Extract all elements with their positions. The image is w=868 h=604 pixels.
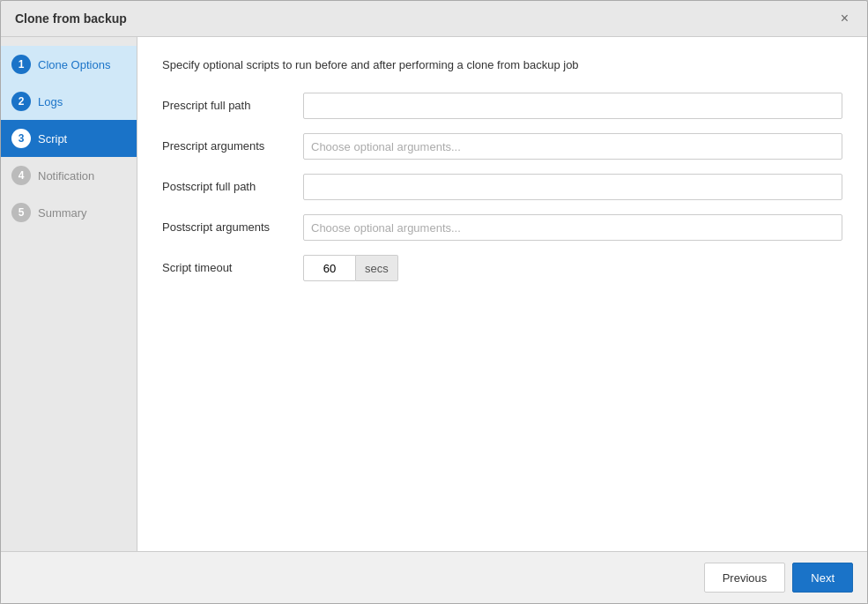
clone-from-backup-dialog: Clone from backup × 1 Clone Options 2 Lo… (0, 0, 868, 604)
close-button[interactable]: × (836, 10, 853, 27)
sidebar-item-clone-options[interactable]: 1 Clone Options (1, 46, 137, 83)
timeout-control: secs (303, 255, 398, 281)
script-timeout-row: Script timeout secs (162, 255, 842, 281)
timeout-unit: secs (356, 255, 398, 281)
script-timeout-input[interactable] (303, 255, 356, 281)
sidebar-item-label-5: Summary (38, 206, 87, 220)
sidebar-item-notification[interactable]: 4 Notification (1, 157, 137, 194)
postscript-args-input[interactable] (303, 214, 842, 241)
postscript-path-row: Postscript full path (162, 174, 842, 200)
sidebar-item-logs[interactable]: 2 Logs (1, 83, 137, 120)
step-badge-2: 2 (11, 92, 31, 111)
main-content: Specify optional scripts to run before a… (137, 37, 867, 551)
dialog-footer: Previous Next (1, 551, 867, 603)
postscript-args-label: Postscript arguments (162, 220, 303, 235)
dialog-header: Clone from backup × (1, 1, 867, 37)
sidebar-item-summary[interactable]: 5 Summary (1, 194, 137, 231)
postscript-path-input[interactable] (303, 174, 842, 200)
sidebar-item-script[interactable]: 3 Script (1, 120, 137, 157)
step-badge-4: 4 (11, 166, 31, 185)
dialog-title: Clone from backup (15, 11, 127, 26)
step-badge-5: 5 (11, 203, 31, 222)
prescript-path-input[interactable] (303, 93, 842, 119)
prescript-path-row: Prescript full path (162, 93, 842, 119)
step-badge-3: 3 (11, 129, 31, 148)
postscript-path-label: Postscript full path (162, 179, 303, 195)
prescript-args-input[interactable] (303, 133, 842, 160)
script-timeout-label: Script timeout (162, 260, 303, 276)
step-badge-1: 1 (11, 55, 31, 74)
prescript-path-label: Prescript full path (162, 98, 303, 114)
sidebar-item-label-2: Logs (38, 95, 63, 108)
previous-button[interactable]: Previous (704, 563, 786, 593)
postscript-args-row: Postscript arguments (162, 214, 842, 241)
prescript-args-label: Prescript arguments (162, 138, 303, 154)
sidebar-item-label-4: Notification (38, 169, 94, 183)
section-description: Specify optional scripts to run before a… (162, 58, 842, 71)
dialog-body: 1 Clone Options 2 Logs 3 Script 4 (1, 37, 867, 551)
prescript-args-row: Prescript arguments (162, 133, 842, 160)
sidebar: 1 Clone Options 2 Logs 3 Script 4 (1, 37, 137, 551)
sidebar-item-label-3: Script (38, 132, 67, 145)
next-button[interactable]: Next (792, 563, 853, 593)
sidebar-item-label-1: Clone Options (38, 58, 110, 71)
